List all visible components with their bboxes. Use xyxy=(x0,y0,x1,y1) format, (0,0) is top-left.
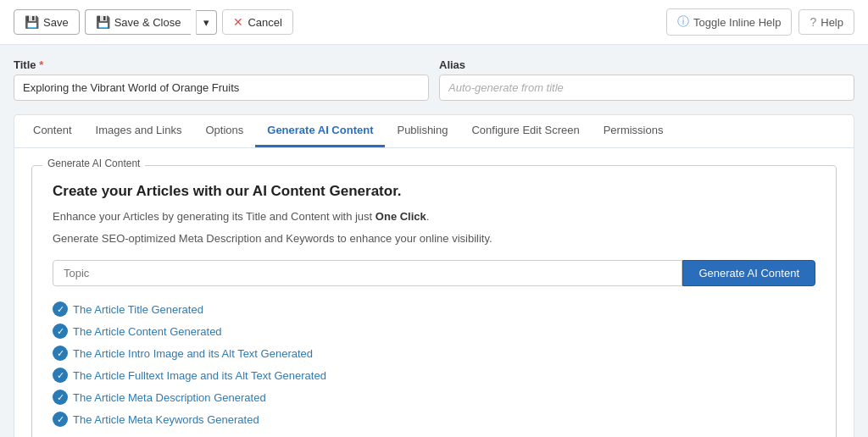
check-icon-4: ✓ xyxy=(53,368,68,383)
generate-ai-label: Generate AI Content xyxy=(698,267,799,279)
tab-publishing[interactable]: Publishing xyxy=(385,115,459,147)
question-icon: ? xyxy=(810,15,816,29)
toolbar: 💾 Save 💾 Save & Close ▾ ✕ Cancel ⓘ Toggl… xyxy=(0,0,868,45)
title-required-marker: * xyxy=(39,58,43,71)
title-label: Title * xyxy=(14,58,429,71)
title-field-group: Title * xyxy=(14,58,429,101)
generated-item-meta-keywords-label: The Article Meta Keywords Generated xyxy=(73,413,259,426)
check-icon-5: ✓ xyxy=(53,390,68,405)
ai-content-panel: Generate AI Content Create your Articles… xyxy=(31,165,837,437)
save-close-label: Save & Close xyxy=(114,16,181,29)
help-label: Help xyxy=(821,16,843,29)
help-circle-icon: ⓘ xyxy=(677,14,689,30)
toolbar-right: ⓘ Toggle Inline Help ? Help xyxy=(666,8,854,36)
alias-field-group: Alias xyxy=(439,58,854,101)
save-dropdown-button[interactable]: ▾ xyxy=(196,10,217,35)
generate-ai-button[interactable]: Generate AI Content xyxy=(682,260,815,286)
main-area: Title * Alias Content Images and Links O… xyxy=(0,45,868,437)
generated-item-intro-image-label: The Article Intro Image and its Alt Text… xyxy=(73,347,313,360)
save-close-icon: 💾 xyxy=(96,15,110,29)
help-button[interactable]: ? Help xyxy=(798,9,854,35)
save-close-button[interactable]: 💾 Save & Close xyxy=(85,9,192,35)
generated-item-meta-keywords[interactable]: ✓ The Article Meta Keywords Generated xyxy=(53,412,815,427)
save-label: Save xyxy=(43,16,69,29)
generated-item-intro-image[interactable]: ✓ The Article Intro Image and its Alt Te… xyxy=(53,346,815,361)
toggle-help-label: Toggle Inline Help xyxy=(693,16,781,29)
check-icon-3: ✓ xyxy=(53,346,68,361)
tab-configure-edit[interactable]: Configure Edit Screen xyxy=(459,115,591,147)
generated-item-fulltext-image-label: The Article Fulltext Image and its Alt T… xyxy=(73,369,326,382)
toggle-help-button[interactable]: ⓘ Toggle Inline Help xyxy=(666,8,792,36)
generated-item-meta-desc[interactable]: ✓ The Article Meta Description Generated xyxy=(53,390,815,405)
alias-label: Alias xyxy=(439,58,854,71)
generated-item-fulltext-image[interactable]: ✓ The Article Fulltext Image and its Alt… xyxy=(53,368,815,383)
save-button[interactable]: 💾 Save xyxy=(14,9,80,35)
tab-images-links[interactable]: Images and Links xyxy=(84,115,194,147)
toolbar-left: 💾 Save 💾 Save & Close ▾ ✕ Cancel xyxy=(14,9,661,35)
check-icon-1: ✓ xyxy=(53,301,68,317)
ai-headline: Create your Articles with our AI Content… xyxy=(53,183,815,200)
tab-content[interactable]: Content xyxy=(21,115,84,147)
cancel-icon: ✕ xyxy=(233,15,243,29)
ai-desc2: Generate SEO-optimized Meta Description … xyxy=(53,230,815,247)
check-icon-6: ✓ xyxy=(53,412,68,427)
generated-item-title-label: The Article Title Generated xyxy=(73,303,203,316)
generated-items-list: ✓ The Article Title Generated ✓ The Arti… xyxy=(53,301,815,427)
check-icon-2: ✓ xyxy=(53,324,68,339)
topic-input[interactable] xyxy=(53,260,682,286)
save-icon: 💾 xyxy=(25,15,39,29)
fields-row: Title * Alias xyxy=(14,58,854,101)
generated-item-content-label: The Article Content Generated xyxy=(73,325,222,338)
title-input[interactable] xyxy=(14,75,429,101)
cancel-label: Cancel xyxy=(248,16,281,29)
alias-input[interactable] xyxy=(439,75,854,101)
tab-permissions[interactable]: Permissions xyxy=(592,115,676,147)
tabs-bar: Content Images and Links Options Generat… xyxy=(14,114,854,148)
ai-panel-legend: Generate AI Content xyxy=(42,158,145,169)
generated-item-title[interactable]: ✓ The Article Title Generated xyxy=(53,301,815,317)
ai-desc1-bold: One Click xyxy=(376,210,426,223)
tab-options[interactable]: Options xyxy=(193,115,255,147)
ai-desc1-text: Enhance your Articles by generating its … xyxy=(53,210,376,223)
generated-item-meta-desc-label: The Article Meta Description Generated xyxy=(73,391,266,404)
chevron-down-icon: ▾ xyxy=(203,16,209,29)
cancel-button[interactable]: ✕ Cancel xyxy=(222,9,292,35)
generated-item-content[interactable]: ✓ The Article Content Generated xyxy=(53,324,815,339)
tab-content-area: Generate AI Content Create your Articles… xyxy=(14,148,854,437)
ai-desc1-end: . xyxy=(426,210,430,223)
ai-desc1: Enhance your Articles by generating its … xyxy=(53,208,815,225)
tab-generate-ai[interactable]: Generate AI Content xyxy=(255,115,385,147)
topic-row: Generate AI Content xyxy=(53,260,815,286)
